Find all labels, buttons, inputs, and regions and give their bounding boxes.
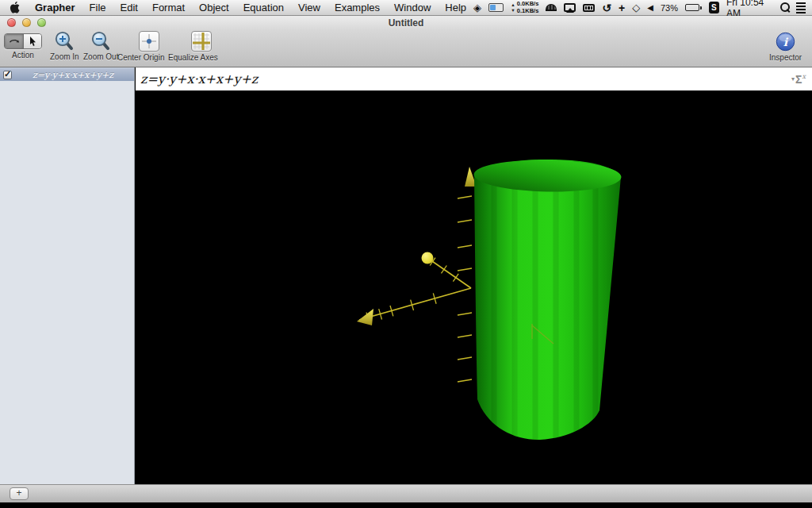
equation-bar[interactable]: z=y·y+x·x+x+y+z ▾ Σ x bbox=[136, 67, 812, 90]
inspector-button[interactable]: i Inspector bbox=[769, 32, 802, 62]
x-axis-cone bbox=[357, 309, 373, 325]
action-label: Action bbox=[12, 51, 34, 60]
center-origin-icon bbox=[140, 32, 159, 51]
menu-view[interactable]: View bbox=[291, 0, 327, 15]
checkmark-icon: ✓ bbox=[4, 69, 11, 79]
zoom-in-button[interactable]: Zoom In bbox=[50, 31, 79, 61]
download-speed: 0.1KB/s bbox=[517, 8, 539, 15]
volume-icon[interactable]: ◀ bbox=[647, 4, 653, 12]
menu-equation[interactable]: Equation bbox=[236, 0, 291, 15]
battery-percent: 73% bbox=[661, 3, 678, 13]
move-icon[interactable]: + bbox=[619, 2, 625, 13]
menu-bar: Grapher File Edit Format Object Equation… bbox=[0, 0, 812, 16]
equalize-axes-icon bbox=[192, 32, 211, 51]
plot-view[interactable] bbox=[136, 90, 812, 484]
rotate-arrow-icon bbox=[8, 37, 20, 46]
equation-checkbox[interactable]: ✓ bbox=[3, 71, 12, 79]
inspector-icon: i bbox=[776, 32, 795, 52]
zoom-out-label: Zoom Out bbox=[83, 52, 118, 61]
zoom-in-label: Zoom In bbox=[50, 52, 79, 61]
equalize-axes-label: Equalize Axes bbox=[168, 53, 218, 62]
cursor-icon bbox=[29, 37, 37, 47]
sidebar-equation-text: z=y·y+x·x+x+y+z bbox=[33, 70, 113, 80]
desktop-strip bbox=[0, 502, 812, 508]
menu-window[interactable]: Window bbox=[387, 0, 438, 15]
toolbar: Action Zoom In Zo bbox=[0, 29, 812, 67]
menu-edit[interactable]: Edit bbox=[113, 0, 145, 15]
center-origin-label: Center Origin bbox=[117, 53, 164, 62]
battery-bars-icon[interactable] bbox=[583, 4, 596, 12]
equation-list-item[interactable]: ✓ z=y·y+x·x+x+y+z bbox=[0, 67, 134, 81]
menu-object[interactable]: Object bbox=[192, 0, 236, 15]
add-equation-button[interactable]: + bbox=[10, 487, 29, 500]
menu-grapher[interactable]: Grapher bbox=[28, 0, 82, 15]
airplay-icon[interactable] bbox=[564, 3, 575, 12]
equation-list-sidebar: ✓ z=y·y+x·x+x+y+z bbox=[0, 67, 135, 484]
inspector-label: Inspector bbox=[769, 53, 802, 62]
y-axis-sphere bbox=[422, 252, 434, 264]
zoom-out-icon bbox=[90, 31, 111, 51]
select-tool-button[interactable] bbox=[23, 34, 41, 48]
equation-text[interactable]: z=y·y+x·x+x+y+z bbox=[140, 71, 258, 87]
zoom-out-button[interactable]: Zoom Out bbox=[83, 31, 118, 61]
menu-file[interactable]: File bbox=[82, 0, 113, 15]
network-speed-indicator[interactable]: ▲ ▼ 0.0KB/s 0.1KB/s bbox=[511, 1, 538, 14]
menu-examples[interactable]: Examples bbox=[327, 0, 387, 15]
sigma-superscript: x bbox=[802, 73, 806, 80]
equalize-axes-button[interactable]: Equalize Axes bbox=[168, 31, 218, 62]
battery-icon[interactable] bbox=[685, 4, 702, 11]
title-bar[interactable]: Untitled bbox=[0, 16, 812, 29]
down-arrow-icon: ▼ bbox=[511, 8, 515, 13]
diamond-icon[interactable]: ◇ bbox=[632, 2, 640, 13]
brightness-slider-icon[interactable] bbox=[488, 3, 504, 12]
bottom-bar: + bbox=[0, 484, 812, 502]
menu-help[interactable]: Help bbox=[438, 0, 473, 15]
plot-canvas[interactable] bbox=[136, 90, 812, 484]
window-title: Untitled bbox=[0, 17, 812, 29]
layers-icon[interactable]: ◈ bbox=[473, 2, 481, 13]
equation-palette-button[interactable]: ▾ Σ x bbox=[791, 73, 806, 86]
apple-menu[interactable] bbox=[0, 2, 28, 13]
menu-format[interactable]: Format bbox=[145, 0, 192, 15]
apple-icon bbox=[10, 2, 20, 13]
spotlight-icon[interactable] bbox=[780, 2, 789, 13]
sigma-icon: Σ bbox=[795, 73, 802, 86]
action-control: Action bbox=[4, 30, 42, 60]
rotate-tool-button[interactable] bbox=[5, 34, 23, 48]
s-badge-icon[interactable]: S bbox=[709, 2, 719, 13]
dome-icon[interactable] bbox=[546, 4, 557, 11]
center-origin-button[interactable]: Center Origin bbox=[117, 31, 164, 62]
dropdown-arrow-icon: ▾ bbox=[791, 75, 795, 83]
notification-list-icon[interactable] bbox=[796, 2, 806, 13]
desktop: Grapher File Edit Format Object Equation… bbox=[0, 0, 812, 508]
time-machine-icon[interactable]: ↺ bbox=[602, 2, 611, 13]
zoom-in-icon bbox=[54, 31, 75, 51]
axes-lines bbox=[359, 260, 471, 320]
y-axis-ticks bbox=[430, 258, 458, 282]
